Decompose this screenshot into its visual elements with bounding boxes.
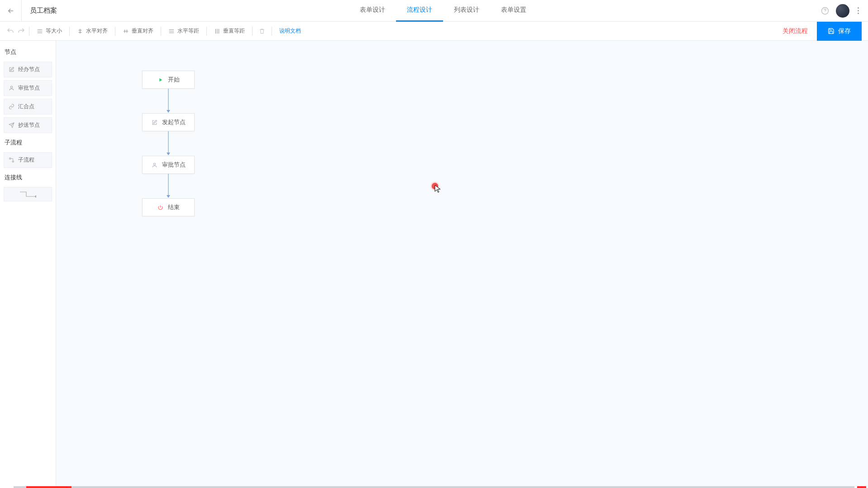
align-horizontal-button[interactable]: 水平对齐 <box>73 25 111 37</box>
equal-size-icon <box>37 28 43 34</box>
delete-icon[interactable] <box>256 28 268 34</box>
save-label: 保存 <box>838 27 851 35</box>
link-icon <box>9 104 14 110</box>
more-menu-icon[interactable] <box>856 7 861 14</box>
tab-flow-design[interactable]: 流程设计 <box>396 0 443 22</box>
toolbar-separator <box>161 27 161 36</box>
sidebar-item-label: 经办节点 <box>18 66 40 73</box>
header: 员工档案 表单设计 流程设计 列表设计 表单设置 <box>0 0 868 22</box>
flow-node-start[interactable]: 开始 <box>142 71 195 89</box>
sidebar-item-label: 汇合点 <box>18 103 34 110</box>
play-icon <box>157 77 163 83</box>
node-label: 发起节点 <box>162 118 186 126</box>
tab-label: 流程设计 <box>407 6 432 14</box>
header-right <box>820 4 868 18</box>
sidebar-section-nodes: 节点 <box>4 45 52 59</box>
page-title: 员工档案 <box>22 6 65 15</box>
distribute-horizontal-icon <box>168 28 175 34</box>
sidebar-item-label: 子流程 <box>18 156 34 164</box>
tab-form-settings[interactable]: 表单设置 <box>490 0 537 22</box>
toolbar-separator <box>69 27 70 36</box>
subflow-icon <box>9 157 14 163</box>
close-flow-button[interactable]: 关闭流程 <box>773 27 817 35</box>
cursor-icon <box>434 185 441 193</box>
svg-point-3 <box>12 161 14 162</box>
header-tabs: 表单设计 流程设计 列表设计 表单设置 <box>65 0 820 22</box>
sidebar-item-handle-node[interactable]: 经办节点 <box>4 62 52 77</box>
sidebar-section-connector: 连接线 <box>4 171 52 184</box>
sidebar: 节点 经办节点 审批节点 汇合点 抄送节点 子流程 子流程 连接线 <box>0 41 56 488</box>
toolbar-label: 水平等距 <box>177 27 199 35</box>
tab-form-design[interactable]: 表单设计 <box>349 0 396 22</box>
toolbar: 等大小 水平对齐 垂直对齐 水平等距 垂直等距 说明文档 关闭流程 保存 <box>0 22 868 41</box>
align-vertical-icon <box>123 28 129 34</box>
node-label: 开始 <box>168 76 180 84</box>
tab-label: 表单设计 <box>360 6 385 14</box>
sidebar-item-cc-node[interactable]: 抄送节点 <box>4 117 52 133</box>
body: 节点 经办节点 审批节点 汇合点 抄送节点 子流程 子流程 连接线 <box>0 41 868 488</box>
flow-node-initiate[interactable]: 发起节点 <box>142 113 195 131</box>
sidebar-item-label: 抄送节点 <box>18 121 40 129</box>
svg-point-2 <box>10 158 11 159</box>
toolbar-separator <box>115 27 115 36</box>
toolbar-label: 水平对齐 <box>86 27 108 35</box>
distribute-vertical-icon <box>214 28 220 34</box>
node-label: 审批节点 <box>162 161 186 169</box>
save-button[interactable]: 保存 <box>817 22 862 41</box>
user-icon <box>9 85 14 91</box>
toolbar-separator <box>29 27 29 36</box>
tab-list-design[interactable]: 列表设计 <box>443 0 490 22</box>
node-label: 结束 <box>168 203 180 211</box>
toolbar-separator <box>252 27 253 36</box>
arrow-left-icon <box>7 7 15 15</box>
align-horizontal-icon <box>77 28 83 34</box>
svg-point-1 <box>10 86 12 88</box>
connector-icon <box>19 190 37 198</box>
edit-icon <box>9 67 14 72</box>
toolbar-label: 等大小 <box>46 27 62 35</box>
sidebar-item-approve-node[interactable]: 审批节点 <box>4 80 52 96</box>
tab-label: 表单设置 <box>501 6 526 14</box>
sidebar-item-label: 审批节点 <box>18 84 40 92</box>
flow-canvas[interactable]: 开始 发起节点 审批节点 结束 <box>56 41 868 488</box>
edit-icon <box>152 120 157 125</box>
align-vertical-button[interactable]: 垂直对齐 <box>119 25 157 37</box>
flow-node-end[interactable]: 结束 <box>142 198 195 216</box>
help-icon[interactable] <box>820 6 830 15</box>
equal-size-button[interactable]: 等大小 <box>33 25 66 37</box>
toolbar-separator <box>272 27 272 36</box>
power-icon <box>157 205 163 211</box>
undo-icon[interactable] <box>6 27 14 35</box>
save-icon <box>828 28 835 34</box>
tab-label: 列表设计 <box>454 6 479 14</box>
avatar[interactable] <box>836 4 849 18</box>
toolbar-label: 垂直对齐 <box>132 27 153 35</box>
doc-link[interactable]: 说明文档 <box>276 27 305 35</box>
user-icon <box>152 162 157 168</box>
flow-arrow <box>167 89 170 113</box>
back-button[interactable] <box>0 0 22 22</box>
toolbar-separator <box>206 27 207 36</box>
sidebar-section-subflow: 子流程 <box>4 136 52 149</box>
sidebar-item-connector[interactable] <box>4 187 52 201</box>
svg-point-6 <box>153 163 155 165</box>
flow-arrow <box>167 131 170 156</box>
flow-arrow <box>167 174 170 198</box>
sidebar-item-merge-node[interactable]: 汇合点 <box>4 99 52 115</box>
flow-node-approve[interactable]: 审批节点 <box>142 156 195 174</box>
send-icon <box>9 122 14 128</box>
redo-icon[interactable] <box>17 27 25 35</box>
distribute-horizontal-button[interactable]: 水平等距 <box>165 25 203 37</box>
distribute-vertical-button[interactable]: 垂直等距 <box>210 25 248 37</box>
toolbar-label: 垂直等距 <box>223 27 245 35</box>
sidebar-item-subflow[interactable]: 子流程 <box>4 152 52 168</box>
